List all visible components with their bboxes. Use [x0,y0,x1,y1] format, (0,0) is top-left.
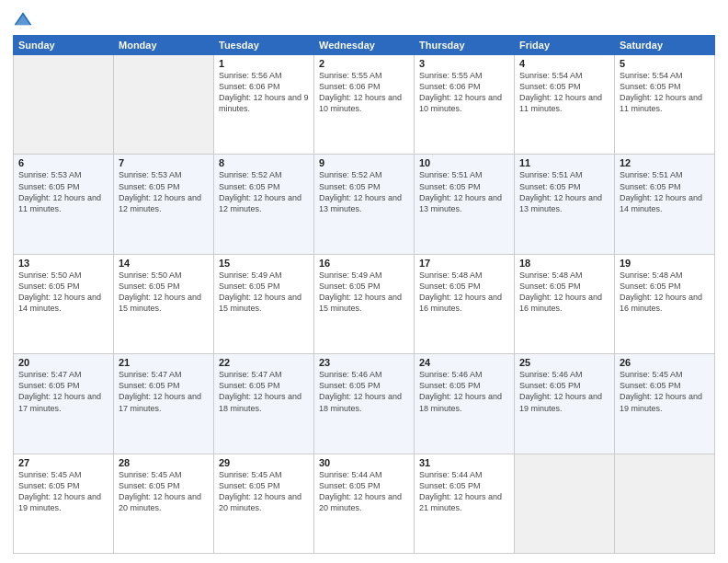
day-number: 2 [319,58,409,69]
day-number: 5 [620,58,710,69]
calendar-table: SundayMondayTuesdayWednesdayThursdayFrid… [13,35,715,554]
day-cell: 23Sunrise: 5:46 AMSunset: 6:05 PMDayligh… [314,354,415,454]
day-info: Sunrise: 5:44 AMSunset: 6:05 PMDaylight:… [319,469,409,514]
day-cell: 10Sunrise: 5:51 AMSunset: 6:05 PMDayligh… [415,155,515,254]
day-number: 6 [18,157,108,168]
weekday-tuesday: Tuesday [214,36,314,55]
day-number: 26 [620,357,710,368]
day-info: Sunrise: 5:49 AMSunset: 6:05 PMDaylight:… [219,270,309,315]
day-cell: 19Sunrise: 5:48 AMSunset: 6:05 PMDayligh… [615,254,715,353]
day-number: 15 [219,258,309,269]
weekday-saturday: Saturday [615,36,715,55]
day-info: Sunrise: 5:47 AMSunset: 6:05 PMDaylight:… [119,369,209,414]
day-info: Sunrise: 5:48 AMSunset: 6:05 PMDaylight:… [419,270,509,315]
day-number: 19 [620,258,710,269]
day-number: 17 [419,258,509,269]
day-number: 16 [319,258,409,269]
day-cell [114,55,214,155]
day-number: 23 [319,357,409,368]
day-info: Sunrise: 5:45 AMSunset: 6:05 PMDaylight:… [18,469,108,514]
day-cell: 26Sunrise: 5:45 AMSunset: 6:05 PMDayligh… [615,354,715,454]
day-cell: 14Sunrise: 5:50 AMSunset: 6:05 PMDayligh… [114,254,214,353]
day-cell: 18Sunrise: 5:48 AMSunset: 6:05 PMDayligh… [515,254,615,353]
day-info: Sunrise: 5:48 AMSunset: 6:05 PMDaylight:… [620,270,710,315]
day-cell [615,454,715,553]
day-info: Sunrise: 5:51 AMSunset: 6:05 PMDaylight:… [419,169,509,214]
day-info: Sunrise: 5:56 AMSunset: 6:06 PMDaylight:… [219,70,309,115]
day-info: Sunrise: 5:49 AMSunset: 6:05 PMDaylight:… [319,270,409,315]
day-cell: 3Sunrise: 5:55 AMSunset: 6:06 PMDaylight… [415,55,515,155]
day-cell: 31Sunrise: 5:44 AMSunset: 6:05 PMDayligh… [415,454,515,553]
day-cell: 28Sunrise: 5:45 AMSunset: 6:05 PMDayligh… [114,454,214,553]
day-info: Sunrise: 5:53 AMSunset: 6:05 PMDaylight:… [18,169,108,214]
day-cell: 25Sunrise: 5:46 AMSunset: 6:05 PMDayligh… [515,354,615,454]
week-row-5: 27Sunrise: 5:45 AMSunset: 6:05 PMDayligh… [14,454,715,553]
day-number: 21 [119,357,209,368]
header [13,9,715,29]
day-number: 10 [419,157,509,168]
weekday-friday: Friday [515,36,615,55]
day-info: Sunrise: 5:46 AMSunset: 6:05 PMDaylight:… [519,369,609,414]
day-cell: 1Sunrise: 5:56 AMSunset: 6:06 PMDaylight… [214,55,314,155]
week-row-2: 6Sunrise: 5:53 AMSunset: 6:05 PMDaylight… [14,155,715,254]
weekday-sunday: Sunday [14,36,114,55]
day-cell: 11Sunrise: 5:51 AMSunset: 6:05 PMDayligh… [515,155,615,254]
day-number: 4 [519,58,609,69]
day-number: 20 [18,357,108,368]
day-number: 28 [119,457,209,468]
day-cell: 8Sunrise: 5:52 AMSunset: 6:05 PMDaylight… [214,155,314,254]
weekday-header-row: SundayMondayTuesdayWednesdayThursdayFrid… [14,36,715,55]
day-cell: 21Sunrise: 5:47 AMSunset: 6:05 PMDayligh… [114,354,214,454]
day-cell: 6Sunrise: 5:53 AMSunset: 6:05 PMDaylight… [14,155,114,254]
day-info: Sunrise: 5:46 AMSunset: 6:05 PMDaylight:… [419,369,509,414]
day-cell: 2Sunrise: 5:55 AMSunset: 6:06 PMDaylight… [314,55,415,155]
day-cell: 13Sunrise: 5:50 AMSunset: 6:05 PMDayligh… [14,254,114,353]
weekday-wednesday: Wednesday [314,36,415,55]
week-row-1: 1Sunrise: 5:56 AMSunset: 6:06 PMDaylight… [14,55,715,155]
day-info: Sunrise: 5:51 AMSunset: 6:05 PMDaylight:… [519,169,609,214]
day-cell: 4Sunrise: 5:54 AMSunset: 6:05 PMDaylight… [515,55,615,155]
day-cell: 15Sunrise: 5:49 AMSunset: 6:05 PMDayligh… [214,254,314,353]
day-cell: 12Sunrise: 5:51 AMSunset: 6:05 PMDayligh… [615,155,715,254]
day-cell: 5Sunrise: 5:54 AMSunset: 6:05 PMDaylight… [615,55,715,155]
day-cell [14,55,114,155]
day-cell: 24Sunrise: 5:46 AMSunset: 6:05 PMDayligh… [415,354,515,454]
day-number: 25 [519,357,609,368]
day-number: 27 [18,457,108,468]
day-number: 31 [419,457,509,468]
day-number: 8 [219,157,309,168]
logo [13,9,37,29]
day-number: 9 [319,157,409,168]
day-info: Sunrise: 5:54 AMSunset: 6:05 PMDaylight:… [519,70,609,115]
day-info: Sunrise: 5:53 AMSunset: 6:05 PMDaylight:… [119,169,209,214]
weekday-monday: Monday [114,36,214,55]
day-cell: 30Sunrise: 5:44 AMSunset: 6:05 PMDayligh… [314,454,415,553]
day-cell: 27Sunrise: 5:45 AMSunset: 6:05 PMDayligh… [14,454,114,553]
day-info: Sunrise: 5:45 AMSunset: 6:05 PMDaylight:… [219,469,309,514]
day-cell: 17Sunrise: 5:48 AMSunset: 6:05 PMDayligh… [415,254,515,353]
day-cell: 16Sunrise: 5:49 AMSunset: 6:05 PMDayligh… [314,254,415,353]
day-info: Sunrise: 5:47 AMSunset: 6:05 PMDaylight:… [219,369,309,414]
day-number: 1 [219,58,309,69]
weekday-thursday: Thursday [415,36,515,55]
day-number: 13 [18,258,108,269]
day-info: Sunrise: 5:55 AMSunset: 6:06 PMDaylight:… [319,70,409,115]
day-info: Sunrise: 5:54 AMSunset: 6:05 PMDaylight:… [620,70,710,115]
day-info: Sunrise: 5:44 AMSunset: 6:05 PMDaylight:… [419,469,509,514]
day-info: Sunrise: 5:55 AMSunset: 6:06 PMDaylight:… [419,70,509,115]
day-info: Sunrise: 5:46 AMSunset: 6:05 PMDaylight:… [319,369,409,414]
page: SundayMondayTuesdayWednesdayThursdayFrid… [0,0,728,563]
day-cell: 22Sunrise: 5:47 AMSunset: 6:05 PMDayligh… [214,354,314,454]
day-cell: 9Sunrise: 5:52 AMSunset: 6:05 PMDaylight… [314,155,415,254]
day-number: 7 [119,157,209,168]
day-info: Sunrise: 5:48 AMSunset: 6:05 PMDaylight:… [519,270,609,315]
day-info: Sunrise: 5:50 AMSunset: 6:05 PMDaylight:… [18,270,108,315]
day-info: Sunrise: 5:50 AMSunset: 6:05 PMDaylight:… [119,270,209,315]
day-info: Sunrise: 5:51 AMSunset: 6:05 PMDaylight:… [620,169,710,214]
logo-icon [13,9,33,29]
day-cell: 29Sunrise: 5:45 AMSunset: 6:05 PMDayligh… [214,454,314,553]
day-cell [515,454,615,553]
day-number: 18 [519,258,609,269]
day-number: 3 [419,58,509,69]
day-info: Sunrise: 5:45 AMSunset: 6:05 PMDaylight:… [119,469,209,514]
